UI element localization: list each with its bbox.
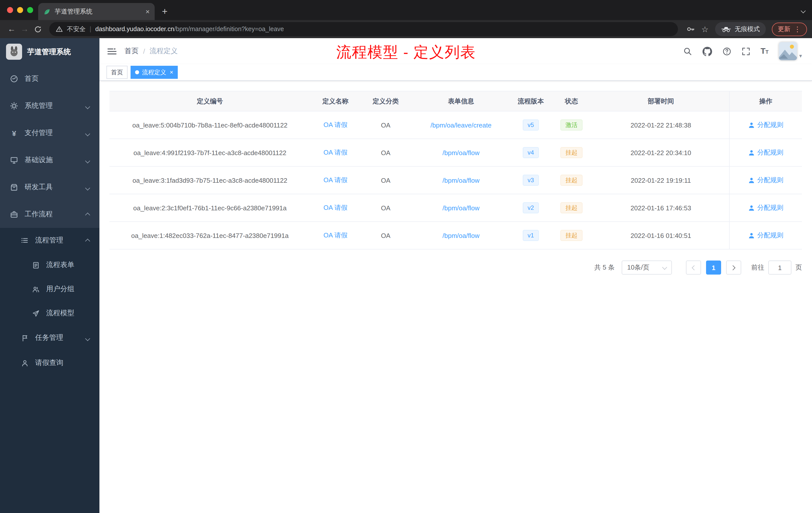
security-warning-icon — [56, 26, 63, 33]
sidebar-item-label: 研发工具 — [25, 183, 53, 192]
tag-process-definition[interactable]: 流程定义 × — [130, 66, 178, 79]
tags-bar: 首页 流程定义 × — [99, 64, 812, 81]
chevron-down-icon — [86, 156, 89, 164]
new-tab-button[interactable]: + — [158, 4, 172, 19]
sidebar-item-process-model[interactable]: 流程模型 — [0, 301, 99, 325]
breadcrumb: 首页 / 流程定义 — [124, 47, 178, 56]
form-link[interactable]: /bpm/oa/leave/create — [431, 121, 492, 129]
prev-page-button[interactable] — [686, 261, 701, 275]
incognito-label: 无痕模式 — [735, 25, 760, 33]
search-icon[interactable] — [683, 47, 692, 56]
sidebar-item-leave-query[interactable]: 请假查询 — [0, 350, 99, 375]
forward-button[interactable]: → — [18, 23, 31, 36]
address-bar[interactable]: 不安全 | dashboard.yudao.iocoder.cn/bpm/man… — [49, 22, 678, 36]
status-badge: 挂起 — [560, 147, 582, 158]
form-link[interactable]: /bpm/oa/flow — [442, 176, 479, 184]
sidebar-item-process-management[interactable]: 流程管理 — [0, 228, 99, 253]
definition-name-link[interactable]: OA 请假 — [323, 120, 347, 129]
form-link[interactable]: /bpm/oa/flow — [442, 204, 479, 212]
sidebar-item-infra[interactable]: 基础设施 — [0, 147, 99, 174]
form-link[interactable]: /bpm/oa/flow — [442, 232, 479, 239]
toolbox-icon — [9, 183, 19, 191]
definition-name-link[interactable]: OA 请假 — [323, 231, 347, 240]
next-page-button[interactable] — [726, 261, 741, 275]
avatar[interactable] — [779, 42, 797, 60]
favicon — [43, 8, 51, 15]
browser-tabstrip: 芋道管理系统 × + — [0, 0, 812, 20]
tab-title: 芋道管理系统 — [55, 7, 142, 16]
sidebar-item-user-group[interactable]: 用户分组 — [0, 277, 99, 301]
form-link[interactable]: /bpm/oa/flow — [442, 149, 479, 156]
definition-name-link[interactable]: OA 请假 — [323, 176, 347, 185]
browser-tab[interactable]: 芋道管理系统 × — [38, 3, 155, 20]
column-header: 定义编号 — [110, 97, 310, 105]
tab-close-icon[interactable]: × — [146, 8, 150, 15]
back-button[interactable]: ← — [5, 23, 18, 36]
header-actions: TT ▾ — [683, 42, 812, 60]
definition-name-link[interactable]: OA 请假 — [323, 148, 347, 157]
user-menu[interactable]: ▾ — [779, 42, 802, 60]
page-unit-label: 页 — [795, 263, 802, 272]
help-icon[interactable] — [722, 47, 731, 56]
tab-search-icon[interactable] — [802, 6, 805, 14]
column-header: 定义分类 — [360, 97, 411, 105]
user-icon — [748, 149, 755, 156]
github-icon[interactable] — [702, 47, 712, 56]
maximize-window-button[interactable] — [27, 7, 33, 13]
security-label: 不安全 — [67, 25, 86, 33]
sidebar-item-label: 基础设施 — [25, 156, 53, 164]
chevron-down-icon — [86, 183, 89, 191]
collapse-sidebar-icon[interactable] — [99, 48, 124, 55]
assign-rule-link[interactable]: 分配规则 — [748, 120, 783, 129]
sidebar-item-process-form[interactable]: 流程表单 — [0, 253, 99, 277]
sidebar-item-label: 请假查询 — [35, 358, 63, 367]
sidebar-item-task-management[interactable]: 任务管理 — [0, 325, 99, 350]
minimize-window-button[interactable] — [17, 7, 23, 13]
assign-rule-link[interactable]: 分配规则 — [748, 148, 783, 157]
assign-rule-link[interactable]: 分配规则 — [748, 231, 783, 240]
sidebar-item-workflow[interactable]: 工作流程 — [0, 201, 99, 228]
tag-close-icon[interactable]: × — [170, 69, 173, 76]
status-badge: 挂起 — [560, 175, 582, 186]
list-icon — [20, 236, 29, 244]
briefcase-icon — [9, 210, 19, 218]
sidebar-item-system[interactable]: 系统管理 — [0, 92, 99, 119]
tag-home[interactable]: 首页 — [107, 66, 127, 79]
status-badge: 挂起 — [560, 202, 582, 213]
definition-category: OA — [360, 232, 411, 239]
font-size-icon[interactable]: TT — [760, 47, 768, 56]
breadcrumb-current: 流程定义 — [150, 47, 178, 56]
sidebar-item-label: 流程表单 — [46, 261, 74, 270]
sidebar-item-devtools[interactable]: 研发工具 — [0, 174, 99, 201]
sidebar-item-home[interactable]: 首页 — [0, 65, 99, 92]
user-icon — [748, 232, 755, 239]
user-icon — [748, 205, 755, 211]
page-size-select[interactable]: 10条/页 — [622, 261, 672, 275]
url-domain: dashboard.yudao.iocoder.cn — [95, 26, 174, 33]
current-page-button[interactable]: 1 — [706, 261, 721, 275]
browser-menu-icon[interactable]: ⋮ — [794, 25, 801, 33]
table-row: oa_leave:3:1fad3d93-7b75-11ec-a3c8-acde4… — [110, 167, 802, 194]
update-button[interactable]: 更新 ⋮ — [772, 22, 807, 36]
sidebar-logo[interactable]: 芋道管理系统 — [0, 38, 99, 65]
status-badge: 挂起 — [560, 230, 582, 241]
close-window-button[interactable] — [7, 7, 13, 13]
workflow-submenu: 流程管理 流程表单 用户分组 — [0, 228, 99, 375]
breadcrumb-home[interactable]: 首页 — [124, 47, 139, 56]
definition-name-link[interactable]: OA 请假 — [323, 203, 347, 212]
sidebar-item-label: 工作流程 — [25, 210, 53, 219]
sidebar-item-payment[interactable]: ¥ 支付管理 — [0, 119, 99, 147]
fullscreen-icon[interactable] — [742, 47, 750, 56]
key-icon[interactable] — [686, 25, 694, 33]
assign-rule-link[interactable]: 分配规则 — [748, 203, 783, 212]
reload-button[interactable] — [31, 23, 44, 36]
goto-page-input[interactable] — [768, 261, 791, 275]
sidebar-item-label: 系统管理 — [25, 101, 53, 111]
assign-rule-link[interactable]: 分配规则 — [748, 176, 783, 185]
content: 定义编号 定义名称 定义分类 表单信息 流程版本 状态 部署时间 操作 oa_l… — [99, 81, 812, 513]
action-label: 分配规则 — [757, 176, 783, 185]
goto-page: 前往 页 — [751, 261, 802, 275]
breadcrumb-separator: / — [143, 47, 145, 55]
bookmark-star-icon[interactable]: ☆ — [701, 24, 708, 34]
version-tag: v5 — [522, 119, 539, 130]
